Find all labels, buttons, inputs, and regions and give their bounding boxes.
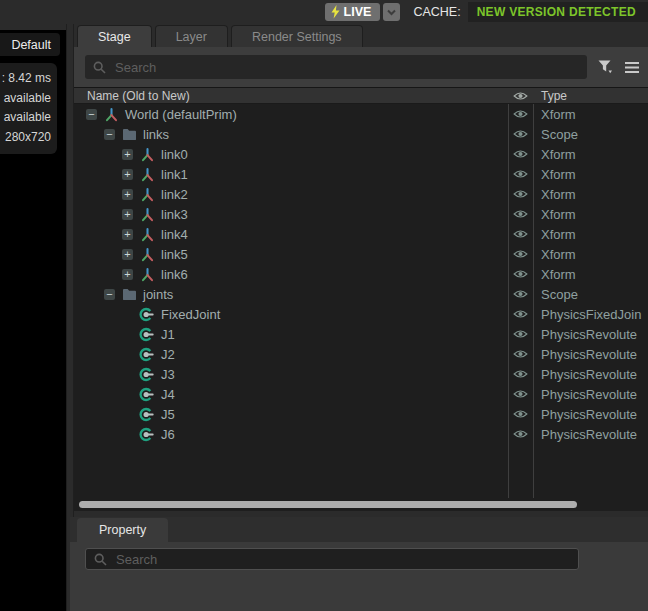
row-label[interactable]: J5 — [161, 407, 175, 422]
row-type: Xform — [533, 187, 648, 202]
tree-row[interactable]: − joints Scope — [74, 284, 648, 304]
tab-layer[interactable]: Layer — [155, 25, 228, 47]
viewport-default-tab[interactable]: Default — [0, 33, 60, 56]
expander[interactable]: − — [104, 289, 115, 300]
tree-row[interactable]: − links Scope — [74, 124, 648, 144]
row-label[interactable]: link1 — [161, 167, 188, 182]
column-header-visibility[interactable] — [508, 91, 533, 101]
expander[interactable]: + — [122, 189, 133, 200]
visibility-toggle[interactable] — [508, 249, 533, 259]
tree-row[interactable]: J2 PhysicsRevolute — [74, 344, 648, 364]
eye-icon — [513, 149, 528, 159]
horizontal-scrollbar[interactable] — [79, 501, 577, 508]
tree-row[interactable]: + link0 Xform — [74, 144, 648, 164]
row-label[interactable]: link2 — [161, 187, 188, 202]
tree-row[interactable]: + link4 Xform — [74, 224, 648, 244]
row-label[interactable]: J3 — [161, 367, 175, 382]
column-header-type[interactable]: Type — [533, 89, 648, 103]
live-dropdown-button[interactable] — [383, 3, 400, 21]
tree-row[interactable]: J3 PhysicsRevolute — [74, 364, 648, 384]
search-icon — [94, 553, 107, 566]
expander[interactable]: + — [122, 229, 133, 240]
row-label[interactable]: link0 — [161, 147, 188, 162]
visibility-toggle[interactable] — [508, 209, 533, 219]
tree-row[interactable]: J5 PhysicsRevolute — [74, 404, 648, 424]
expander[interactable]: + — [122, 169, 133, 180]
stage-tab-bar: Stage Layer Render Settings — [74, 24, 648, 47]
row-label[interactable]: J6 — [161, 427, 175, 442]
row-label[interactable]: J1 — [161, 327, 175, 342]
expander[interactable]: − — [104, 129, 115, 140]
tab-property[interactable]: Property — [77, 518, 168, 542]
visibility-toggle[interactable] — [508, 369, 533, 379]
expander[interactable]: + — [122, 149, 133, 160]
visibility-toggle[interactable] — [508, 289, 533, 299]
tab-render-settings[interactable]: Render Settings — [231, 25, 363, 47]
visibility-toggle[interactable] — [508, 429, 533, 439]
visibility-toggle[interactable] — [508, 129, 533, 139]
visibility-toggle[interactable] — [508, 309, 533, 319]
row-type: PhysicsRevolute — [533, 347, 648, 362]
stage-search-strip — [74, 47, 648, 87]
tree-row[interactable]: FixedJoint PhysicsFixedJoin — [74, 304, 648, 324]
tree-row[interactable]: J6 PhysicsRevolute — [74, 424, 648, 444]
expander[interactable]: + — [122, 249, 133, 260]
filter-icon[interactable] — [596, 58, 614, 76]
stage-search-box[interactable] — [85, 55, 587, 79]
expander[interactable]: + — [122, 269, 133, 280]
row-label[interactable]: link3 — [161, 207, 188, 222]
row-label[interactable]: J4 — [161, 387, 175, 402]
row-label[interactable]: link6 — [161, 267, 188, 282]
joint-icon — [139, 386, 155, 402]
row-type: Scope — [533, 287, 648, 302]
stage-tree-panel: Name (Old to New) Type − — [74, 87, 648, 511]
tree-row[interactable]: + link2 Xform — [74, 184, 648, 204]
tree-row[interactable]: J1 PhysicsRevolute — [74, 324, 648, 344]
row-label[interactable]: link4 — [161, 227, 188, 242]
eye-icon — [513, 409, 528, 419]
visibility-toggle[interactable] — [508, 329, 533, 339]
visibility-toggle[interactable] — [508, 149, 533, 159]
expander[interactable]: − — [86, 109, 97, 120]
visibility-toggle[interactable] — [508, 169, 533, 179]
tree-row-name-cell: + link6 — [74, 266, 508, 282]
tree-row-name-cell: J1 — [74, 326, 508, 342]
tab-stage[interactable]: Stage — [77, 25, 152, 47]
cache-label: CACHE: — [413, 5, 460, 19]
tree-row-name-cell: J5 — [74, 406, 508, 422]
eye-icon — [513, 269, 528, 279]
property-search-box[interactable] — [85, 548, 579, 570]
tree-row[interactable]: + link5 Xform — [74, 244, 648, 264]
visibility-toggle[interactable] — [508, 229, 533, 239]
visibility-toggle[interactable] — [508, 269, 533, 279]
visibility-toggle[interactable] — [508, 389, 533, 399]
row-label[interactable]: World (defaultPrim) — [125, 107, 237, 122]
row-label[interactable]: links — [143, 127, 169, 142]
row-label[interactable]: J2 — [161, 347, 175, 362]
row-label[interactable]: joints — [143, 287, 173, 302]
eye-icon — [513, 169, 528, 179]
joint-icon — [139, 306, 155, 322]
visibility-toggle[interactable] — [508, 349, 533, 359]
live-button[interactable]: LIVE — [325, 3, 381, 21]
eye-icon — [513, 369, 528, 379]
row-label[interactable]: link5 — [161, 247, 188, 262]
tree-row[interactable]: − World (defaultPrim) Xform — [74, 104, 648, 124]
tree-row[interactable]: + link3 Xform — [74, 204, 648, 224]
folder-icon — [121, 126, 137, 142]
options-menu-icon[interactable] — [623, 58, 641, 76]
row-type: PhysicsRevolute — [533, 367, 648, 382]
tree-row[interactable]: + link6 Xform — [74, 264, 648, 284]
visibility-toggle[interactable] — [508, 109, 533, 119]
row-label[interactable]: FixedJoint — [161, 307, 220, 322]
tree-row[interactable]: J4 PhysicsRevolute — [74, 384, 648, 404]
expander[interactable]: + — [122, 209, 133, 220]
tree-row[interactable]: + link1 Xform — [74, 164, 648, 184]
stat-line: available — [0, 108, 51, 128]
property-search-input[interactable] — [114, 551, 570, 568]
lightning-bolt-icon — [331, 5, 340, 19]
column-header-name[interactable]: Name (Old to New) — [74, 89, 508, 103]
stage-search-input[interactable] — [113, 59, 579, 76]
visibility-toggle[interactable] — [508, 189, 533, 199]
visibility-toggle[interactable] — [508, 409, 533, 419]
